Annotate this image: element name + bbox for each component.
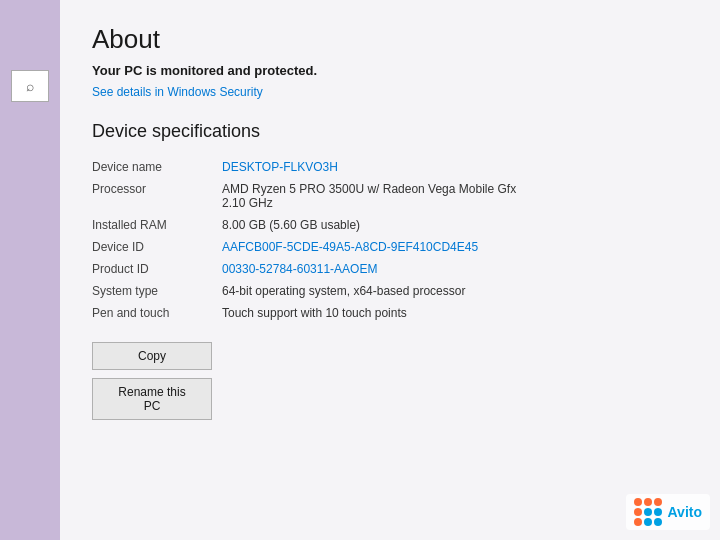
- spec-row: Pen and touchTouch support with 10 touch…: [92, 302, 688, 324]
- avito-dot: [644, 518, 652, 526]
- spec-value: AAFCB00F-5CDE-49A5-A8CD-9EF410CD4E45: [222, 236, 688, 258]
- spec-value: 8.00 GB (5.60 GB usable): [222, 214, 688, 236]
- spec-label: Installed RAM: [92, 214, 222, 236]
- spec-row: System type64-bit operating system, x64-…: [92, 280, 688, 302]
- spec-table: Device nameDESKTOP-FLKVO3HProcessorAMD R…: [92, 156, 688, 324]
- avito-dots-grid: [634, 498, 662, 526]
- avito-dot: [634, 518, 642, 526]
- avito-dot: [634, 498, 642, 506]
- spec-value: DESKTOP-FLKVO3H: [222, 156, 688, 178]
- main-content: About Your PC is monitored and protected…: [60, 0, 720, 540]
- buttons-row: Copy Rename this PC: [92, 342, 688, 420]
- spec-row: Product ID00330-52784-60311-AAOEM: [92, 258, 688, 280]
- spec-value: AMD Ryzen 5 PRO 3500U w/ Radeon Vega Mob…: [222, 178, 688, 214]
- copy-button[interactable]: Copy: [92, 342, 212, 370]
- spec-label: Product ID: [92, 258, 222, 280]
- search-button[interactable]: ⌕: [11, 70, 49, 102]
- avito-dot: [654, 518, 662, 526]
- spec-label: Processor: [92, 178, 222, 214]
- sidebar: ⌕: [0, 0, 60, 540]
- avito-dot: [644, 508, 652, 516]
- protection-status: Your PC is monitored and protected.: [92, 63, 688, 78]
- avito-dot: [654, 508, 662, 516]
- search-icon: ⌕: [26, 78, 34, 94]
- avito-label: Avito: [668, 504, 702, 520]
- page-title: About: [92, 24, 688, 55]
- spec-label: System type: [92, 280, 222, 302]
- security-link[interactable]: See details in Windows Security: [92, 85, 263, 99]
- avito-dot: [654, 498, 662, 506]
- spec-value: 64-bit operating system, x64-based proce…: [222, 280, 688, 302]
- avito-badge: Avito: [626, 494, 710, 530]
- rename-button[interactable]: Rename this PC: [92, 378, 212, 420]
- avito-dot: [634, 508, 642, 516]
- section-title: Device specifications: [92, 121, 688, 142]
- spec-row: Device IDAAFCB00F-5CDE-49A5-A8CD-9EF410C…: [92, 236, 688, 258]
- avito-dot: [644, 498, 652, 506]
- spec-row: Device nameDESKTOP-FLKVO3H: [92, 156, 688, 178]
- spec-label: Device ID: [92, 236, 222, 258]
- spec-value: 00330-52784-60311-AAOEM: [222, 258, 688, 280]
- spec-label: Device name: [92, 156, 222, 178]
- spec-value: Touch support with 10 touch points: [222, 302, 688, 324]
- spec-label: Pen and touch: [92, 302, 222, 324]
- spec-row: Installed RAM8.00 GB (5.60 GB usable): [92, 214, 688, 236]
- spec-row: ProcessorAMD Ryzen 5 PRO 3500U w/ Radeon…: [92, 178, 688, 214]
